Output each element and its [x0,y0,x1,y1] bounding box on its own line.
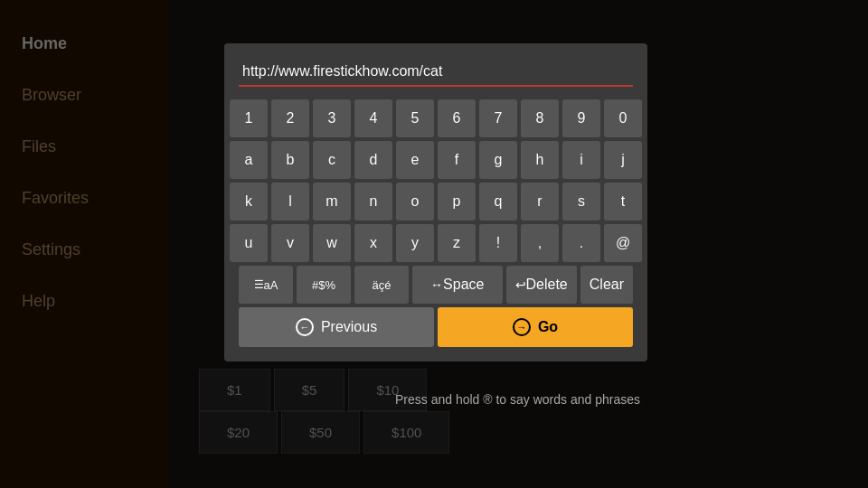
key-d[interactable]: d [354,141,392,179]
key-e[interactable]: e [396,141,434,179]
key-4[interactable]: 4 [354,99,392,137]
previous-icon: ← [296,318,314,336]
keyboard-dialog: http://www.firestickhow.com/cat 1 2 3 4 … [224,43,647,361]
key-v[interactable]: v [271,224,309,262]
key-h[interactable]: h [521,141,559,179]
key-i[interactable]: i [562,141,600,179]
key-u[interactable]: u [230,224,268,262]
key-8[interactable]: 8 [521,99,559,137]
key-at[interactable]: @ [604,224,642,262]
key-l[interactable]: l [271,183,309,221]
key-f[interactable]: f [438,141,476,179]
key-z[interactable]: z [438,224,476,262]
key-a[interactable]: a [230,141,268,179]
key-7[interactable]: 7 [479,99,517,137]
key-period[interactable]: . [562,224,600,262]
action-row: ← Previous → Go [239,307,633,347]
key-0[interactable]: 0 [604,99,642,137]
key-p[interactable]: p [438,183,476,221]
go-icon: → [513,318,531,336]
key-5[interactable]: 5 [396,99,434,137]
key-row-numbers: 1 2 3 4 5 6 7 8 9 0 [239,99,633,137]
key-6[interactable]: 6 [438,99,476,137]
key-exclaim[interactable]: ! [479,224,517,262]
key-row-u-at: u v w x y z ! , . @ [239,224,633,262]
key-accents[interactable]: äçé [354,266,409,304]
key-case-toggle[interactable]: ☰ aA [239,266,293,304]
go-button[interactable]: → Go [438,307,633,347]
key-2[interactable]: 2 [271,99,309,137]
key-symbols[interactable]: #$% [297,266,351,304]
key-space[interactable]: ↔ Space [412,266,503,304]
key-9[interactable]: 9 [562,99,600,137]
key-1[interactable]: 1 [230,99,268,137]
key-g[interactable]: g [479,141,517,179]
hint-bar: Press and hold ® to say words and phrase… [167,392,868,407]
key-b[interactable]: b [271,141,309,179]
key-clear[interactable]: Clear [580,266,633,304]
key-row-special: ☰ aA #$% äçé ↔ Space ↩ Delete Clear [239,266,633,304]
key-comma[interactable]: , [521,224,559,262]
key-o[interactable]: o [396,183,434,221]
key-k[interactable]: k [230,183,268,221]
key-s[interactable]: s [562,183,600,221]
key-m[interactable]: m [313,183,351,221]
key-n[interactable]: n [354,183,392,221]
key-w[interactable]: w [313,224,351,262]
key-x[interactable]: x [354,224,392,262]
key-r[interactable]: r [521,183,559,221]
key-c[interactable]: c [313,141,351,179]
key-row-k-t: k l m n o p q r s t [239,183,633,221]
key-y[interactable]: y [396,224,434,262]
key-q[interactable]: q [479,183,517,221]
keyboard: 1 2 3 4 5 6 7 8 9 0 a b c d e f g h i j … [239,99,633,304]
key-t[interactable]: t [604,183,642,221]
key-row-a-j: a b c d e f g h i j [239,141,633,179]
url-input[interactable]: http://www.firestickhow.com/cat [239,58,633,87]
key-3[interactable]: 3 [313,99,351,137]
previous-button[interactable]: ← Previous [239,307,434,347]
key-delete[interactable]: ↩ Delete [506,266,577,304]
key-j[interactable]: j [604,141,642,179]
